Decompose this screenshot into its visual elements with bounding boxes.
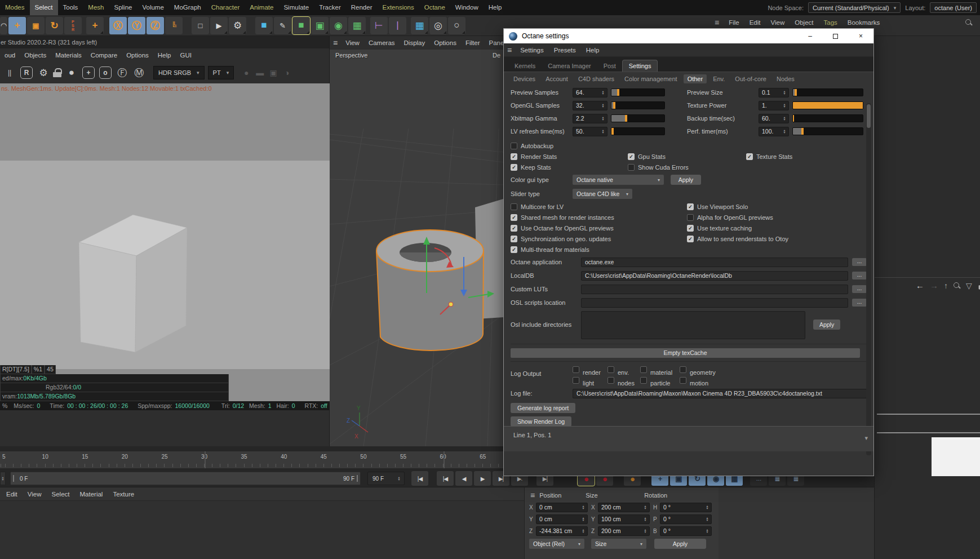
menu-item[interactable]: Bookmarks	[842, 19, 885, 26]
checkbox[interactable]: Allow to send renderstats to Otoy	[687, 234, 788, 243]
size-input[interactable]: 200 cm▴▾	[598, 526, 650, 536]
value-input[interactable]: 100.▴▾	[759, 127, 789, 136]
position-input[interactable]: 0 cm▴▾	[536, 514, 588, 524]
slider-grip[interactable]	[357, 475, 358, 482]
pen-tool-button[interactable]: ✎	[274, 17, 291, 34]
slider[interactable]	[611, 127, 665, 135]
slider[interactable]	[792, 101, 863, 109]
maximize-button[interactable]	[823, 29, 848, 43]
filter-icon[interactable]: ▽	[966, 281, 972, 290]
tab[interactable]: Camera Imager	[542, 60, 597, 72]
slider[interactable]	[611, 101, 665, 109]
menu-item[interactable]: Object	[790, 19, 818, 26]
spline-h-tool[interactable]: ⊢	[370, 17, 388, 34]
checkbox[interactable]: Show Cuda Errors	[628, 162, 746, 172]
add-generator-button[interactable]: ■	[292, 17, 310, 34]
dialog-scrollbar[interactable]	[866, 103, 871, 455]
add-clone-button[interactable]: ▦	[348, 17, 366, 34]
menu-item[interactable]: Tools	[58, 0, 83, 15]
checkbox[interactable]: particle	[640, 375, 680, 385]
menu-item[interactable]: View	[341, 36, 364, 50]
rotation-input[interactable]: 0 °▴▾	[660, 526, 712, 536]
tab[interactable]: Settings	[622, 60, 658, 72]
osl-scripts-input[interactable]	[581, 298, 848, 308]
menu-item[interactable]: Simulate	[278, 0, 314, 15]
forward-arrow-icon[interactable]: →	[930, 281, 938, 290]
rotation-input[interactable]: 0 °▴▾	[660, 503, 712, 512]
y-axis-lock[interactable]: Ⓨ	[128, 17, 145, 34]
slider-grip[interactable]	[13, 475, 14, 482]
menu-item[interactable]: Tags	[819, 19, 842, 26]
checkbox[interactable]: Texture Stats	[746, 152, 792, 161]
osl-apply-button[interactable]: Apply	[813, 320, 840, 330]
checkbox[interactable]: Render Stats	[511, 152, 628, 161]
camera-tool[interactable]: ◎	[429, 17, 447, 34]
scale-tool[interactable]: ▣	[27, 17, 45, 34]
add-hypernurbs-button[interactable]: ▣	[311, 17, 329, 34]
checkbox[interactable]: Keep Stats	[511, 162, 628, 172]
add-cube-button[interactable]: ■	[255, 17, 273, 34]
slider[interactable]	[792, 88, 863, 96]
checkbox[interactable]: Autobackup	[511, 141, 553, 150]
hamburger-icon[interactable]: ≡	[711, 18, 722, 27]
tab[interactable]: Color management	[620, 74, 681, 83]
menu-item[interactable]: Texture	[108, 487, 139, 501]
menu-item[interactable]: Options	[122, 48, 153, 62]
checkbox[interactable]: env.	[607, 365, 640, 374]
menu-item[interactable]: Panel	[484, 36, 503, 50]
tab[interactable]: Post	[597, 60, 622, 72]
value-input[interactable]: 50.▴▾	[573, 127, 607, 136]
value-input[interactable]: 1.▴▾	[759, 101, 789, 110]
pause-icon[interactable]: ||	[2, 65, 17, 80]
checkbox[interactable]: motion	[680, 375, 752, 385]
menu-item[interactable]: Presets	[549, 43, 581, 57]
menu-item[interactable]: Objects	[20, 48, 51, 62]
checkbox[interactable]: Alpha for OpenGL previews	[687, 212, 773, 222]
checkbox[interactable]: Synchronization on geo. updates	[511, 234, 687, 243]
value-input[interactable]: 60.▴▾	[759, 114, 789, 123]
end-frame-spinner[interactable]: 90 F ▴▾	[367, 472, 405, 485]
checkbox[interactable]: Multicore for LV	[511, 202, 687, 211]
checkbox[interactable]: light	[573, 375, 607, 385]
menu-item[interactable]: Spline	[109, 0, 137, 15]
rotate-tool[interactable]: ↻	[46, 17, 63, 34]
light-tool[interactable]: ○	[448, 17, 465, 34]
checkbox[interactable]: Use Viewport Solo	[687, 202, 748, 211]
menu-item[interactable]: Compare	[86, 48, 122, 62]
value-input[interactable]: 0.1▴▾	[759, 88, 789, 97]
back-arrow-icon[interactable]: ←	[916, 281, 924, 290]
octane-application-input[interactable]: octane.exe	[581, 258, 848, 267]
coord-mode-select[interactable]: Object (Rel)▾	[529, 539, 584, 549]
checkbox[interactable]: render	[573, 365, 607, 374]
coord-system-tool[interactable]: ╚	[165, 17, 183, 34]
goto-start-button[interactable]: |◀	[411, 471, 428, 486]
move-tool[interactable]: +	[8, 17, 26, 34]
checkbox[interactable]: Multi-thread for materials	[511, 245, 687, 254]
hamburger-icon[interactable]: ≡	[330, 38, 341, 47]
menu-item[interactable]: Window	[450, 0, 484, 15]
render-view-button[interactable]: □	[192, 17, 209, 34]
tab[interactable]: C4D shaders	[574, 74, 618, 83]
viewport-canvas[interactable]: Y Z X	[330, 50, 503, 446]
array-grid-tool[interactable]: ▦	[411, 17, 428, 34]
lock-icon[interactable]	[53, 68, 62, 77]
dialog-titlebar[interactable]: Octane settings – ×	[504, 29, 873, 43]
rotation-input[interactable]: 0 °▴▾	[660, 514, 712, 524]
menu-item[interactable]: Help	[153, 48, 176, 62]
hamburger-icon[interactable]: ≡	[529, 491, 539, 500]
x-axis-lock[interactable]: Ⓧ	[109, 17, 127, 34]
tab[interactable]: Nodes	[773, 74, 799, 83]
menu-item[interactable]: Help	[484, 0, 507, 15]
browse-button[interactable]: ...	[852, 299, 867, 307]
size-input[interactable]: 100 cm▴▾	[598, 514, 650, 524]
size-input[interactable]: 200 cm▴▾	[598, 503, 650, 512]
menu-item[interactable]: Edit	[744, 19, 766, 26]
menu-item[interactable]: Tracker	[314, 0, 346, 15]
menu-item[interactable]: Octane	[419, 0, 450, 15]
kernel-select[interactable]: PT▾	[208, 66, 234, 79]
menu-item[interactable]: Select	[47, 487, 75, 501]
menu-item[interactable]: Settings	[515, 43, 549, 57]
tab[interactable]: Kernels	[508, 60, 542, 72]
material-picker-icon[interactable]: Ⓜ	[132, 65, 147, 80]
slider[interactable]	[792, 127, 863, 135]
